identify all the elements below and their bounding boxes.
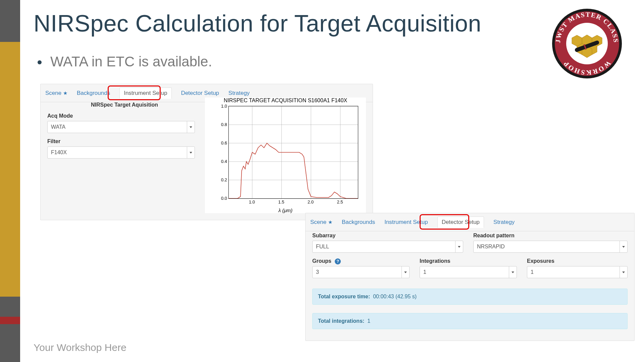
acq-mode-label: Acq Mode [47, 113, 73, 119]
filter-label: Filter [47, 138, 60, 144]
chart-xtick: 1.0 [249, 199, 255, 204]
acq-mode-value: WATA [51, 124, 65, 130]
chart-xtick: 1.5 [278, 199, 284, 204]
star-icon: ★ [63, 90, 67, 96]
chevron-down-icon [401, 266, 409, 278]
chart-ytick: 0.6 [221, 140, 227, 145]
readout-label: Readout pattern [473, 233, 515, 239]
chart-xtick: 2.0 [308, 199, 314, 204]
throughput-chart: NIRSPEC TARGET ACQUISITION S1600A1 F140X… [205, 98, 366, 213]
side-stripe-dark-bot [0, 324, 20, 362]
chevron-down-icon [620, 241, 627, 252]
tet-label: Total exposure time: [318, 294, 370, 299]
filter-select[interactable]: F140X [47, 146, 195, 159]
tab-scene-label: Scene [45, 90, 61, 96]
subarray-value: FULL [316, 244, 329, 250]
help-icon[interactable]: ? [335, 258, 341, 264]
integrations-value: 1 [423, 269, 426, 275]
tab-backgrounds[interactable]: Backgrounds [342, 219, 375, 226]
exposures-input[interactable]: 1 [527, 266, 628, 278]
exposures-value: 1 [531, 269, 534, 275]
chart-ytick: 1.0 [221, 104, 227, 109]
star-icon: ★ [328, 219, 332, 225]
exposures-label: Exposures [527, 258, 554, 264]
subarray-select[interactable]: FULL [312, 241, 463, 253]
groups-label-text: Groups [312, 258, 331, 264]
tet-value: 00:00:43 (42.95 s) [373, 294, 417, 299]
tab-instrument-setup[interactable]: Instrument Setup [384, 219, 428, 226]
side-stripe-gold [0, 42, 20, 297]
total-integrations-box: Total integrations: 1 [312, 313, 628, 329]
chart-xlabel: λ (μm) [205, 207, 366, 213]
ti-label: Total integrations: [318, 318, 364, 324]
ti-value: 1 [367, 318, 370, 324]
chart-title: NIRSPEC TARGET ACQUISITION S1600A1 F140X [205, 98, 366, 104]
chart-ytick: 0.0 [221, 196, 227, 201]
chevron-down-icon [187, 147, 195, 158]
side-stripe-dark-top [0, 0, 20, 42]
chart-ytick: 0.8 [221, 122, 227, 127]
footer-text: Your Workshop Here [34, 342, 126, 353]
tab-detector-setup[interactable]: Detector Setup [437, 217, 484, 228]
tab-scene-label: Scene [310, 219, 326, 225]
tab-scene[interactable]: Scene ★ [310, 219, 332, 226]
bullet-text: WATA in ETC is available. [50, 54, 212, 70]
total-exposure-time-box: Total exposure time: 00:00:43 (42.95 s) [312, 289, 628, 305]
chart-ytick: 0.4 [221, 159, 227, 164]
chart-xtick: 2.5 [337, 199, 343, 204]
bullet-dot-icon [38, 60, 42, 64]
tabs-row: Scene ★ Backgrounds Instrument Setup Det… [306, 213, 634, 231]
filter-value: F140X [51, 149, 67, 156]
jwst-master-class-badge: JWST MASTER CLASS WORKSHOP [550, 7, 624, 80]
groups-label: Groups ? [312, 258, 341, 264]
chevron-down-icon [187, 121, 195, 133]
chevron-down-icon [509, 266, 517, 278]
chevron-down-icon [620, 266, 627, 278]
readout-select[interactable]: NRSRAPID [473, 241, 628, 253]
subarray-label: Subarray [312, 233, 335, 239]
side-stripe-dark-mid [0, 297, 20, 317]
etc-panel-instrument-setup: Scene ★ Backgrounds Instrument Setup Det… [40, 84, 373, 220]
groups-value: 3 [316, 269, 319, 275]
chart-plot-area [228, 106, 358, 199]
page-title: NIRSpec Calculation for Target Acquisiti… [34, 10, 481, 37]
readout-value: NRSRAPID [477, 244, 505, 250]
chevron-down-icon [455, 241, 463, 252]
instrument-subtitle: NIRSpec Target Aquisition [91, 102, 158, 108]
tab-strategy[interactable]: Strategy [228, 90, 250, 97]
etc-panel-detector-setup: Scene ★ Backgrounds Instrument Setup Det… [305, 213, 635, 341]
tab-strategy[interactable]: Strategy [493, 219, 515, 226]
integrations-label: Integrations [420, 258, 450, 264]
integrations-input[interactable]: 1 [420, 266, 517, 278]
acq-mode-select[interactable]: WATA [47, 121, 195, 133]
side-stripe-red [0, 317, 20, 324]
groups-input[interactable]: 3 [312, 266, 410, 278]
tab-detector-setup[interactable]: Detector Setup [181, 90, 219, 97]
tab-scene[interactable]: Scene ★ [45, 90, 67, 97]
tab-instrument-setup[interactable]: Instrument Setup [119, 87, 171, 99]
tab-backgrounds[interactable]: Backgrounds [77, 90, 110, 97]
chart-ytick: 0.2 [221, 177, 227, 182]
